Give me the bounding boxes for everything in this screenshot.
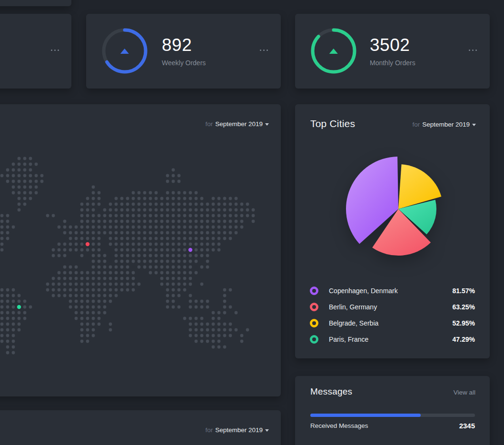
map-dot (80, 323, 84, 326)
card-menu-icon[interactable] (48, 47, 62, 54)
period-dropdown[interactable]: for September 2019 (412, 121, 476, 128)
map-dot (126, 203, 129, 206)
map-dot (115, 203, 118, 206)
map-dot (143, 248, 147, 252)
map-dot (109, 226, 112, 229)
map-dot (195, 191, 198, 195)
map-dot (155, 226, 158, 229)
map-dot (86, 317, 89, 320)
map-dot (132, 226, 135, 229)
map-dot (6, 294, 10, 297)
monthly-orders-card: 3502 Monthly Orders (295, 14, 490, 89)
map-dot (200, 243, 204, 246)
map-dot (12, 351, 15, 355)
map-dot (109, 266, 112, 269)
map-dot (0, 226, 4, 229)
map-dot (98, 271, 101, 275)
stat-card-partial (0, 14, 71, 89)
map-dot (6, 180, 10, 183)
map-dot (23, 300, 27, 303)
map-dot (252, 220, 255, 223)
map-dot (29, 186, 32, 189)
map-dot (183, 214, 187, 218)
map-dot (155, 203, 158, 206)
map-city-marker[interactable] (86, 242, 89, 246)
map-dot (143, 197, 147, 200)
map-dot (195, 271, 198, 275)
map-dot (138, 254, 141, 257)
map-dot (138, 191, 141, 195)
map-dot (126, 231, 129, 235)
map-dot (206, 220, 209, 223)
map-dot (212, 237, 215, 240)
map-dot (75, 317, 78, 320)
map-dot (212, 243, 215, 246)
map-dot (223, 294, 227, 297)
map-dot (120, 237, 124, 240)
map-dot (103, 214, 107, 218)
map-dot (12, 328, 15, 332)
map-dot (212, 197, 215, 200)
map-dot (183, 288, 187, 292)
map-dot (155, 237, 158, 240)
legend-row: Belgrade, Serbia52.95% (310, 315, 475, 331)
map-dot (29, 197, 32, 200)
map-dot (217, 334, 221, 337)
map-dot (200, 300, 204, 303)
map-dot (63, 248, 67, 252)
map-dot (120, 260, 124, 263)
map-dot (52, 283, 55, 286)
map-dot (178, 231, 181, 235)
map-dot (246, 328, 249, 332)
map-city-marker[interactable] (188, 248, 192, 252)
map-dot (109, 294, 112, 297)
map-dot (206, 340, 209, 343)
map-dot (98, 311, 101, 315)
period-dropdown[interactable]: for September 2019 (205, 426, 269, 434)
map-dot (120, 283, 124, 286)
map-dot (80, 300, 84, 303)
map-dot (75, 311, 78, 315)
map-dot (149, 254, 152, 257)
map-dot (160, 277, 164, 280)
map-dot (178, 283, 181, 286)
map-dot (80, 294, 84, 297)
map-dot (166, 220, 169, 223)
legend-percent-value: 47.29% (453, 336, 475, 343)
map-dot (195, 208, 198, 212)
map-dot (23, 163, 27, 166)
top-cities-pie-chart (327, 138, 470, 280)
card-menu-icon[interactable] (257, 47, 271, 54)
map-dot (115, 226, 118, 229)
map-dot (0, 288, 4, 292)
map-dot (92, 311, 95, 315)
map-dot (149, 214, 152, 218)
map-dot (0, 300, 4, 303)
map-dot (240, 226, 244, 229)
map-dot (149, 231, 152, 235)
map-dot (229, 203, 232, 206)
view-all-link[interactable]: View all (454, 389, 475, 396)
map-city-marker[interactable] (17, 305, 21, 309)
map-dot (143, 243, 147, 246)
map-dot (206, 226, 209, 229)
map-dot (23, 197, 27, 200)
top-cities-card: Top Cities for September 2019 Copenhagen… (295, 104, 490, 358)
map-dot (12, 311, 15, 315)
map-dot (160, 266, 164, 269)
map-dot (6, 168, 10, 172)
map-dot (200, 214, 204, 218)
card-menu-icon[interactable] (466, 47, 480, 54)
map-dot (69, 266, 72, 269)
map-dot (183, 231, 187, 235)
map-dot (166, 266, 169, 269)
map-dot (166, 226, 169, 229)
map-dot (63, 288, 67, 292)
map-dot (18, 157, 21, 160)
map-dot (12, 288, 15, 292)
map-dot (172, 180, 175, 183)
map-dot (86, 323, 89, 326)
map-dot (183, 237, 187, 240)
map-dot (235, 226, 238, 229)
map-dot (166, 294, 169, 297)
